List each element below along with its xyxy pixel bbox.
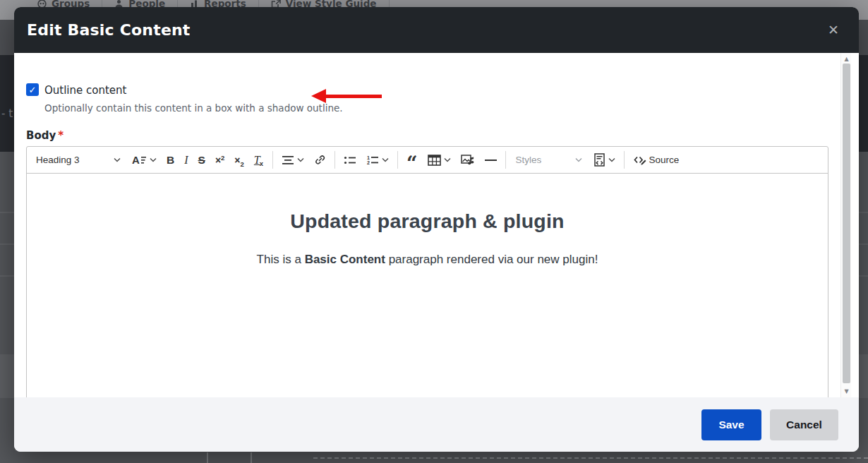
- bulleted-list-icon: [344, 155, 356, 165]
- insert-media-button[interactable]: [456, 150, 480, 171]
- toolbar-separator: [624, 151, 625, 169]
- editor-toolbar: Heading 3 A B I S ×2 ×2: [27, 147, 828, 174]
- heading-dropdown-value: Heading 3: [36, 155, 80, 165]
- block-quote-icon: “: [406, 161, 418, 167]
- subscript-icon: ×2: [234, 155, 243, 166]
- chevron-down-icon: [150, 157, 157, 162]
- bulleted-list-button[interactable]: [339, 150, 361, 171]
- styles-placeholder: Styles: [516, 155, 542, 165]
- save-button[interactable]: Save: [701, 409, 761, 440]
- check-icon: ✓: [29, 85, 37, 95]
- background-text-fragment: - t: [1, 107, 13, 120]
- chevron-down-icon: [297, 157, 304, 162]
- scroll-up-icon[interactable]: ▲: [841, 56, 852, 62]
- text-alignment-dropdown[interactable]: [277, 150, 309, 171]
- rich-text-editor: Heading 3 A B I S ×2 ×2: [26, 146, 828, 397]
- body-field-label: Body*: [26, 129, 64, 142]
- heading-dropdown[interactable]: Heading 3: [30, 150, 127, 171]
- outline-content-label[interactable]: Outline content: [44, 84, 126, 97]
- numbered-list-icon: 1 2: [366, 155, 379, 165]
- toolbar-separator: [272, 151, 273, 169]
- font-size-button[interactable]: A: [127, 150, 162, 171]
- background-table-line: [251, 452, 252, 463]
- italic-button[interactable]: I: [179, 150, 193, 171]
- chevron-down-icon: [444, 157, 451, 162]
- background-table-line: [207, 452, 208, 463]
- italic-icon: I: [184, 154, 188, 167]
- annotation-arrow-shaft: [325, 95, 382, 98]
- subscript-button[interactable]: ×2: [229, 150, 248, 171]
- svg-text:1: 1: [367, 155, 370, 160]
- outline-content-checkbox[interactable]: ✓: [26, 83, 39, 96]
- svg-text:2: 2: [367, 160, 370, 165]
- scrollbar-thumb[interactable]: [843, 64, 850, 383]
- bold-button[interactable]: B: [162, 150, 179, 171]
- remove-format-icon: Tx: [254, 154, 264, 167]
- styles-dropdown[interactable]: Styles: [510, 150, 589, 171]
- chevron-down-icon: [114, 157, 121, 162]
- toolbar-separator: [397, 151, 398, 169]
- superscript-icon: ×2: [215, 155, 224, 166]
- edit-basic-content-modal: Edit Basic Content ✕ ✓ Outline content O…: [14, 7, 859, 452]
- source-icon: [633, 154, 646, 166]
- link-button[interactable]: [309, 150, 331, 171]
- content-paragraph: This is a Basic Content paragraph render…: [27, 253, 828, 267]
- modal-body: ✓ Outline content Optionally contain thi…: [14, 53, 859, 397]
- outline-content-help: Optionally contain this content in a box…: [44, 102, 343, 114]
- content-heading: Updated paragraph & plugin: [27, 174, 828, 233]
- chevron-down-icon: [382, 157, 389, 162]
- toolbar-separator: [334, 151, 335, 169]
- modal-footer: Save Cancel: [14, 397, 859, 452]
- table-icon: [428, 155, 441, 166]
- strikethrough-icon: S: [198, 154, 205, 167]
- media-icon: [461, 154, 475, 166]
- html-embed-dropdown[interactable]: [589, 150, 620, 171]
- remove-format-button[interactable]: Tx: [249, 150, 269, 171]
- background-dashed-line: [313, 457, 868, 459]
- modal-scrollbar[interactable]: ▲ ▼: [840, 53, 851, 397]
- superscript-button[interactable]: ×2: [210, 150, 229, 171]
- block-quote-button[interactable]: “: [402, 150, 423, 171]
- chevron-down-icon: [608, 157, 615, 162]
- editor-content-area[interactable]: Updated paragraph & plugin This is a Bas…: [27, 174, 828, 397]
- font-size-icon: A: [132, 155, 147, 166]
- horizontal-line-button[interactable]: [480, 150, 502, 171]
- annotation-arrow-left-icon: [311, 89, 326, 103]
- content-paragraph-bold: Basic Content: [305, 253, 385, 266]
- link-icon: [314, 154, 326, 166]
- modal-header: Edit Basic Content ✕: [14, 7, 859, 53]
- insert-table-dropdown[interactable]: [423, 150, 456, 171]
- numbered-list-dropdown[interactable]: 1 2: [361, 150, 394, 171]
- scroll-down-icon[interactable]: ▼: [841, 388, 852, 395]
- horizontal-line-icon: [485, 160, 497, 161]
- source-label: Source: [649, 155, 680, 165]
- required-marker: *: [58, 129, 64, 142]
- toolbar-separator: [505, 151, 506, 169]
- cancel-button[interactable]: Cancel: [770, 409, 838, 440]
- source-button[interactable]: Source: [628, 150, 685, 171]
- chevron-down-icon: [575, 157, 582, 162]
- align-icon: [282, 155, 294, 165]
- modal-title: Edit Basic Content: [27, 21, 191, 39]
- svg-text:A: A: [132, 155, 140, 166]
- bold-icon: B: [167, 154, 174, 167]
- html-embed-icon: [593, 153, 605, 167]
- close-icon[interactable]: ✕: [828, 23, 839, 37]
- strikethrough-button[interactable]: S: [193, 150, 210, 171]
